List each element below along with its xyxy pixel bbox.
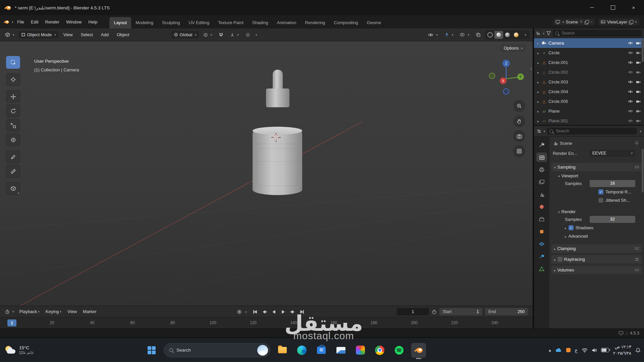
object-name[interactable]: Circle [548,50,559,55]
tab-render-icon[interactable] [536,153,547,162]
clock-widget[interactable]: ١٢:١٣ ص ٢٠٢٥/٦/٢٨ [613,344,631,356]
dropper-cap-mesh[interactable] [266,88,289,107]
gizmos-dropdown-icon[interactable] [442,31,456,39]
shading-solid-icon[interactable] [494,31,503,39]
outliner-row-camera[interactable]: Camera [534,38,644,48]
start-button[interactable] [144,343,159,358]
tab-shading[interactable]: Shading [248,17,273,28]
tab-texture-paint[interactable]: Texture Paint [214,17,248,28]
hide-in-viewport-icon[interactable] [628,80,633,84]
tab-scene-icon[interactable] [536,190,547,199]
outliner-scrollbar[interactable] [642,39,644,62]
render-samples-field[interactable]: 32 [590,216,635,223]
tool-transform[interactable] [6,133,20,146]
hide-in-viewport-icon[interactable] [628,70,633,74]
visibility-dropdown-icon[interactable] [426,32,440,38]
new-viewlayer-icon[interactable] [629,20,633,24]
mail-app-icon[interactable] [333,343,348,358]
wifi-icon[interactable] [582,348,588,353]
properties-search-input[interactable] [555,128,634,134]
shading-wireframe-icon[interactable] [486,31,494,39]
tool-add-cube[interactable] [6,182,20,195]
stopwatch-icon[interactable] [432,309,437,314]
unlink-scene-icon[interactable]: × [590,19,593,24]
snap-toggle[interactable] [216,31,226,39]
outliner-row-plane-001[interactable]: ▱ Plane.001 [534,116,644,125]
properties-scrollbar[interactable] [642,149,644,192]
tab-collection-icon[interactable] [536,215,547,224]
tool-rotate[interactable] [6,105,20,117]
overlays-dropdown-icon[interactable] [458,31,472,38]
expand-arrow-icon[interactable] [537,99,541,104]
tab-object-icon[interactable] [536,227,547,236]
properties-editor-type-icon[interactable] [537,129,545,134]
orthographic-toggle-button[interactable] [513,145,525,157]
tab-world-icon[interactable] [536,202,547,212]
file-explorer-icon[interactable] [275,343,290,358]
onedrive-icon[interactable] [555,348,562,352]
previous-keyframe-button[interactable] [260,308,269,316]
collapse-icon[interactable] [565,225,567,230]
tab-geometry-nodes[interactable]: Geome [363,17,386,28]
drag-grip-icon[interactable] [635,247,639,250]
minimize-button[interactable] [582,0,602,15]
menu-add[interactable]: Add [98,31,112,39]
expand-arrow-icon[interactable] [537,109,541,114]
new-scene-icon[interactable] [585,20,588,24]
chrome-browser-icon[interactable] [372,343,387,358]
jittered-shadows-checkbox[interactable] [598,198,603,203]
scene-selector[interactable]: Scene × [553,18,595,25]
timeline-ruler[interactable]: 1 20 40 60 80 100 120 140 160 180 200 22… [0,317,533,328]
volumes-section-header[interactable]: Volumes [551,266,642,274]
edge-browser-icon[interactable] [294,343,309,358]
photos-app-icon[interactable] [353,343,368,358]
remove-viewlayer-icon[interactable]: × [634,19,637,24]
tool-scale[interactable] [6,119,20,132]
tab-compositing[interactable]: Compositing [329,17,362,28]
menu-file[interactable]: File [14,17,28,26]
expand-arrow-icon[interactable] [537,41,541,46]
tab-constraints-icon[interactable] [536,252,547,261]
hide-in-viewport-icon[interactable] [628,41,633,45]
object-name[interactable]: Circle.002 [548,70,568,75]
panel-collapse-arrow-icon[interactable]: ‹ [530,65,532,71]
object-name[interactable]: Circle.005 [548,99,568,104]
outliner-row-circle[interactable]: ○ Circle [534,48,644,58]
disable-in-render-icon[interactable] [636,80,641,84]
menu-window[interactable]: Window [63,17,85,26]
navigation-gizmo[interactable]: Z Y X [488,59,525,96]
scene-name[interactable]: Scene [566,19,578,24]
viewport-3d[interactable]: User Perspective (1) Collection | Camera… [0,41,533,306]
expand-arrow-icon[interactable] [537,79,541,84]
render-subpanel-header[interactable]: Render [549,207,644,215]
tool-cursor[interactable] [6,73,20,86]
outliner-editor-type-icon[interactable] [536,31,544,36]
raytracing-settings-icon[interactable] [635,257,639,261]
menu-edit[interactable]: Edit [28,17,42,26]
outliner-row-circle-003[interactable]: △ Circle.003 [534,77,644,87]
playhead-badge[interactable]: 1 [7,319,16,326]
current-frame-field[interactable]: 1 [397,308,429,315]
auto-keying-options-icon[interactable] [244,309,247,314]
tab-layout[interactable]: Layout [109,17,131,28]
timeline-editor-type-icon[interactable] [3,308,16,315]
snap-settings[interactable] [228,31,241,38]
dropper-tip-mesh[interactable] [273,70,283,89]
jump-to-end-button[interactable] [298,308,307,316]
outliner-row-circle-002[interactable]: △ Circle.002 [534,67,644,77]
disable-in-render-icon[interactable] [636,51,641,55]
tab-animation[interactable]: Animation [272,17,301,28]
maximize-button[interactable] [602,0,623,15]
shading-material-icon[interactable] [503,31,512,39]
taskbar-search[interactable]: Search [164,343,270,357]
tool-measure[interactable] [6,165,20,178]
shading-options-icon[interactable] [521,31,529,39]
proportional-falloff-selector[interactable] [255,32,257,37]
menu-render[interactable]: Render [42,17,63,26]
object-name[interactable]: Plane.001 [548,118,568,123]
sampling-section-header[interactable]: Sampling [551,163,642,171]
auto-keying-icon[interactable] [235,308,244,316]
viewlayer-name[interactable]: ViewLayer [607,19,627,24]
tool-annotate[interactable] [6,150,20,163]
hide-in-viewport-icon[interactable] [628,109,633,113]
